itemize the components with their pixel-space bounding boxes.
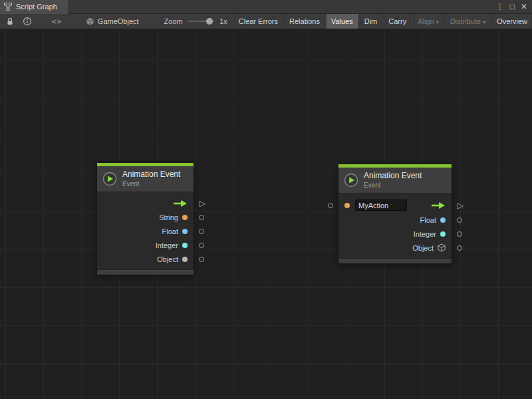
node-titles: Animation Event Event bbox=[364, 171, 422, 189]
port-row-float: Float bbox=[97, 224, 194, 238]
string-output-port[interactable] bbox=[199, 215, 204, 220]
clear-errors-button[interactable]: Clear Errors bbox=[234, 14, 283, 29]
lock-icon[interactable] bbox=[5, 17, 15, 26]
zoom-value: 1x bbox=[219, 17, 227, 25]
zoom-slider-handle[interactable] bbox=[206, 18, 213, 25]
node-footer bbox=[97, 269, 194, 275]
object-output-port[interactable] bbox=[199, 257, 204, 262]
node-subtitle: Event bbox=[122, 180, 180, 188]
graph-canvas[interactable]: Animation Event Event ▷ String Float bbox=[0, 29, 532, 399]
window-titlebar: Script Graph ⋮ □ ✕ bbox=[0, 0, 532, 14]
chevron-down-icon: ▾ bbox=[483, 19, 485, 25]
tab-label: Script Graph bbox=[16, 3, 57, 11]
play-icon bbox=[102, 172, 117, 186]
name-input-row: ▷ bbox=[338, 198, 452, 213]
node-animation-event-left[interactable]: Animation Event Event ▷ String Float bbox=[96, 162, 194, 275]
node-body: ▷ Float Integer Object bbox=[338, 194, 452, 258]
node-title: Animation Event bbox=[364, 171, 422, 180]
string-dot-icon bbox=[182, 215, 188, 220]
zoom-slider[interactable] bbox=[188, 17, 214, 26]
port-label: Object bbox=[412, 244, 434, 252]
node-header[interactable]: Animation Event Event bbox=[338, 168, 452, 194]
integer-dot-icon bbox=[182, 243, 188, 248]
port-label: Integer bbox=[414, 230, 436, 238]
float-output-port[interactable] bbox=[199, 229, 204, 234]
object-cube-icon bbox=[438, 243, 446, 252]
flow-output-row: ▷ bbox=[97, 196, 194, 210]
tab-script-graph[interactable]: Script Graph bbox=[0, 0, 68, 14]
float-dot-icon bbox=[440, 217, 446, 223]
close-icon[interactable]: ✕ bbox=[521, 3, 527, 11]
node-footer bbox=[338, 258, 452, 263]
values-button[interactable]: Values bbox=[327, 14, 358, 29]
flow-arrow-icon bbox=[173, 200, 188, 207]
graph-toolbar: <> GameObject Zoom 1x Clear Errors Relat… bbox=[0, 14, 532, 29]
code-icon[interactable]: <> bbox=[52, 17, 62, 25]
carry-button[interactable]: Carry bbox=[384, 14, 411, 29]
node-body: ▷ String Float Integer Object bbox=[97, 192, 194, 269]
overview-button[interactable]: Overview bbox=[492, 14, 532, 29]
window-controls: ⋮ □ ✕ bbox=[496, 3, 532, 11]
integer-output-port[interactable] bbox=[199, 243, 204, 248]
integer-output-port[interactable] bbox=[457, 231, 462, 237]
window-menu-icon[interactable]: ⋮ bbox=[496, 3, 504, 11]
gameobject-label[interactable]: GameObject bbox=[98, 17, 139, 25]
object-output-port[interactable] bbox=[457, 245, 462, 251]
string-input-port[interactable] bbox=[328, 203, 333, 208]
align-label: Align bbox=[418, 17, 434, 25]
script-graph-icon bbox=[4, 3, 12, 11]
port-label: Float bbox=[162, 227, 178, 235]
port-label: Integer bbox=[156, 241, 178, 249]
float-output-port[interactable] bbox=[457, 217, 462, 223]
port-row-integer: Integer bbox=[97, 238, 194, 252]
toolbar-buttons: Clear Errors Relations Values Dim Carry … bbox=[234, 14, 532, 29]
gameobject-icon bbox=[86, 17, 94, 26]
string-dot-icon bbox=[344, 203, 350, 208]
play-icon bbox=[344, 173, 358, 188]
maximize-icon[interactable]: □ bbox=[510, 3, 515, 11]
relations-button[interactable]: Relations bbox=[285, 14, 325, 29]
action-name-input[interactable] bbox=[355, 200, 407, 211]
node-title: Animation Event bbox=[122, 170, 180, 179]
align-button[interactable]: Align ▾ bbox=[413, 14, 443, 29]
port-row-object: Object bbox=[338, 241, 452, 255]
node-subtitle: Event bbox=[364, 182, 422, 189]
port-row-integer: Integer bbox=[338, 227, 452, 241]
port-row-string: String bbox=[97, 210, 194, 224]
port-label: Float bbox=[420, 216, 436, 224]
node-header[interactable]: Animation Event Event bbox=[97, 166, 194, 192]
info-icon[interactable] bbox=[23, 17, 32, 26]
dim-button[interactable]: Dim bbox=[360, 14, 382, 29]
flow-output-port[interactable]: ▷ bbox=[200, 200, 205, 207]
port-row-object: Object bbox=[97, 252, 194, 266]
float-dot-icon bbox=[182, 229, 188, 234]
flow-output-port[interactable]: ▷ bbox=[458, 201, 464, 209]
distribute-button[interactable]: Distribute ▾ bbox=[446, 14, 490, 29]
flow-arrow-icon bbox=[431, 201, 446, 209]
node-titles: Animation Event Event bbox=[122, 170, 180, 188]
zoom-label: Zoom bbox=[164, 17, 183, 25]
port-row-float: Float bbox=[338, 213, 452, 227]
node-animation-event-right[interactable]: Animation Event Event ▷ Float I bbox=[338, 164, 452, 264]
chevron-down-icon: ▾ bbox=[436, 19, 439, 25]
port-label: String bbox=[159, 213, 178, 221]
integer-dot-icon bbox=[440, 231, 446, 237]
distribute-label: Distribute bbox=[450, 17, 481, 25]
object-dot-icon bbox=[182, 257, 188, 262]
port-label: Object bbox=[157, 255, 178, 263]
